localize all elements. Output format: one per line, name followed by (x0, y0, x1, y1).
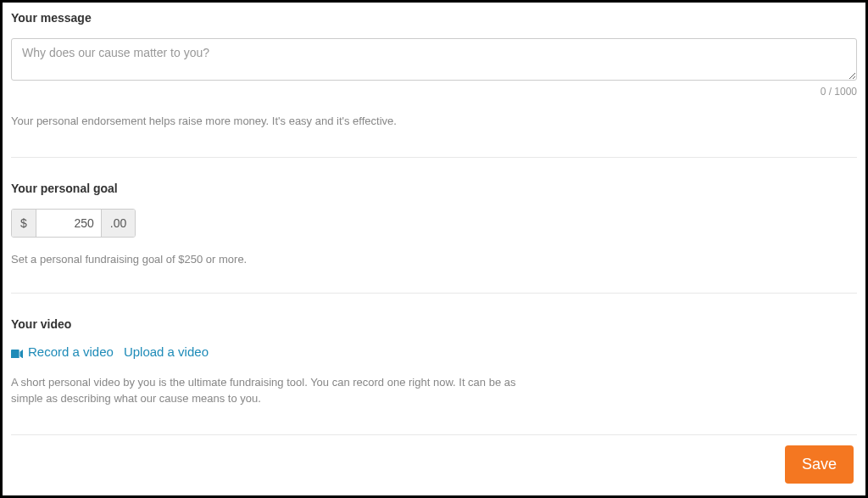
goal-section: Your personal goal $ .00 Set a personal … (11, 182, 857, 294)
video-title: Your video (11, 317, 857, 331)
goal-amount-input[interactable] (36, 210, 101, 237)
message-char-counter: 0 / 1000 (11, 86, 857, 98)
upload-video-label: Upload a video (124, 344, 209, 359)
footer: Save (785, 445, 854, 484)
video-section: Your video Record a video Upload a video… (11, 317, 857, 435)
currency-addon: $ (12, 210, 36, 237)
record-video-link[interactable]: Record a video (11, 344, 114, 359)
message-section: Your message 0 / 1000 Your personal endo… (11, 11, 857, 158)
message-help-text: Your personal endorsement helps raise mo… (11, 113, 537, 130)
goal-input-group: $ .00 (11, 209, 136, 238)
video-help-text: A short personal video by you is the ult… (11, 374, 537, 407)
message-title: Your message (11, 11, 857, 25)
record-video-label: Record a video (28, 344, 114, 359)
save-button[interactable]: Save (785, 445, 854, 484)
svg-rect-0 (11, 350, 19, 359)
goal-title: Your personal goal (11, 182, 857, 195)
cents-addon: .00 (101, 210, 135, 237)
upload-video-link[interactable]: Upload a video (124, 344, 209, 359)
message-textarea[interactable] (11, 38, 857, 81)
video-camera-icon (11, 346, 23, 356)
goal-help-text: Set a personal fundraising goal of $250 … (11, 253, 857, 266)
video-links: Record a video Upload a video (11, 344, 857, 359)
